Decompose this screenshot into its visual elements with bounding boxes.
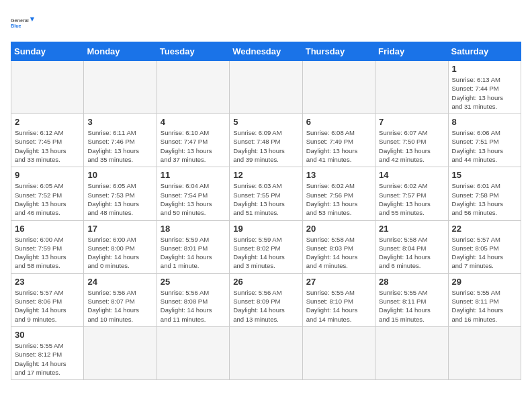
- calendar-row: 2Sunrise: 6:12 AMSunset: 7:45 PMDaylight…: [11, 114, 521, 167]
- calendar-cell: [230, 326, 302, 379]
- day-info: Sunrise: 6:02 AMSunset: 7:56 PMDaylight:…: [306, 181, 371, 217]
- calendar-cell: 7Sunrise: 6:07 AMSunset: 7:50 PMDaylight…: [375, 114, 448, 167]
- day-info: Sunrise: 6:03 AMSunset: 7:55 PMDaylight:…: [233, 181, 298, 217]
- calendar-table: SundayMondayTuesdayWednesdayThursdayFrid…: [11, 42, 521, 380]
- day-info: Sunrise: 5:57 AMSunset: 8:05 PMDaylight:…: [452, 235, 517, 271]
- calendar-cell: 24Sunrise: 5:56 AMSunset: 8:07 PMDayligh…: [84, 273, 157, 326]
- weekday-header-monday: Monday: [84, 42, 157, 61]
- calendar-cell: [84, 326, 157, 379]
- calendar-cell: 9Sunrise: 6:05 AMSunset: 7:52 PMDaylight…: [11, 167, 84, 220]
- calendar-cell: [302, 61, 375, 114]
- calendar-cell: 18Sunrise: 5:59 AMSunset: 8:01 PMDayligh…: [157, 220, 229, 273]
- calendar-cell: [448, 326, 521, 379]
- svg-marker-2: [30, 17, 34, 21]
- day-number: 29: [452, 277, 517, 287]
- day-number: 4: [161, 117, 226, 127]
- calendar-cell: [157, 61, 229, 114]
- day-number: 10: [87, 170, 152, 180]
- weekday-header-saturday: Saturday: [448, 42, 521, 61]
- day-info: Sunrise: 6:08 AMSunset: 7:49 PMDaylight:…: [306, 128, 371, 164]
- calendar-cell: [375, 326, 448, 379]
- day-info: Sunrise: 5:58 AMSunset: 8:04 PMDaylight:…: [379, 235, 444, 271]
- day-info: Sunrise: 6:02 AMSunset: 7:57 PMDaylight:…: [379, 181, 444, 217]
- calendar-row: 23Sunrise: 5:57 AMSunset: 8:06 PMDayligh…: [11, 273, 521, 326]
- weekday-header-wednesday: Wednesday: [230, 42, 302, 61]
- day-number: 15: [452, 170, 517, 180]
- svg-text:General: General: [11, 17, 29, 24]
- day-info: Sunrise: 6:07 AMSunset: 7:50 PMDaylight:…: [379, 128, 444, 164]
- calendar-cell: 22Sunrise: 5:57 AMSunset: 8:05 PMDayligh…: [448, 220, 521, 273]
- calendar-cell: [11, 61, 84, 114]
- day-number: 17: [87, 224, 152, 234]
- day-info: Sunrise: 6:01 AMSunset: 7:58 PMDaylight:…: [452, 181, 517, 217]
- calendar-cell: 16Sunrise: 6:00 AMSunset: 7:59 PMDayligh…: [11, 220, 84, 273]
- calendar-cell: 29Sunrise: 5:55 AMSunset: 8:11 PMDayligh…: [448, 273, 521, 326]
- calendar-cell: 15Sunrise: 6:01 AMSunset: 7:58 PMDayligh…: [448, 167, 521, 220]
- day-info: Sunrise: 5:59 AMSunset: 8:02 PMDaylight:…: [233, 235, 298, 271]
- day-info: Sunrise: 6:10 AMSunset: 7:47 PMDaylight:…: [161, 128, 226, 164]
- calendar-cell: 20Sunrise: 5:58 AMSunset: 8:03 PMDayligh…: [302, 220, 375, 273]
- calendar-cell: 14Sunrise: 6:02 AMSunset: 7:57 PMDayligh…: [375, 167, 448, 220]
- day-info: Sunrise: 5:56 AMSunset: 8:07 PMDaylight:…: [87, 288, 152, 324]
- day-number: 30: [15, 330, 80, 340]
- day-info: Sunrise: 6:06 AMSunset: 7:51 PMDaylight:…: [452, 128, 517, 164]
- day-info: Sunrise: 5:59 AMSunset: 8:01 PMDaylight:…: [161, 235, 226, 271]
- calendar-cell: 2Sunrise: 6:12 AMSunset: 7:45 PMDaylight…: [11, 114, 84, 167]
- calendar-cell: [302, 326, 375, 379]
- day-number: 8: [452, 117, 517, 127]
- weekday-header-sunday: Sunday: [11, 42, 84, 61]
- day-number: 1: [452, 64, 517, 74]
- day-number: 19: [233, 224, 298, 234]
- day-info: Sunrise: 5:55 AMSunset: 8:11 PMDaylight:…: [452, 288, 517, 324]
- calendar-cell: 4Sunrise: 6:10 AMSunset: 7:47 PMDaylight…: [157, 114, 229, 167]
- day-info: Sunrise: 6:12 AMSunset: 7:45 PMDaylight:…: [15, 128, 80, 164]
- day-info: Sunrise: 6:13 AMSunset: 7:44 PMDaylight:…: [452, 75, 517, 111]
- day-info: Sunrise: 6:04 AMSunset: 7:54 PMDaylight:…: [161, 181, 226, 217]
- calendar-cell: 23Sunrise: 5:57 AMSunset: 8:06 PMDayligh…: [11, 273, 84, 326]
- day-info: Sunrise: 5:56 AMSunset: 8:08 PMDaylight:…: [161, 288, 226, 324]
- day-info: Sunrise: 6:11 AMSunset: 7:46 PMDaylight:…: [87, 128, 152, 164]
- calendar-cell: 13Sunrise: 6:02 AMSunset: 7:56 PMDayligh…: [302, 167, 375, 220]
- calendar-cell: 6Sunrise: 6:08 AMSunset: 7:49 PMDaylight…: [302, 114, 375, 167]
- calendar-cell: [375, 61, 448, 114]
- day-number: 20: [306, 224, 371, 234]
- day-number: 13: [306, 170, 371, 180]
- weekday-header-friday: Friday: [375, 42, 448, 61]
- day-number: 11: [161, 170, 226, 180]
- day-number: 5: [233, 117, 298, 127]
- calendar-cell: [157, 326, 229, 379]
- day-number: 27: [306, 277, 371, 287]
- day-info: Sunrise: 5:55 AMSunset: 8:12 PMDaylight:…: [15, 341, 80, 377]
- day-info: Sunrise: 6:09 AMSunset: 7:48 PMDaylight:…: [233, 128, 298, 164]
- weekday-header-row: SundayMondayTuesdayWednesdayThursdayFrid…: [11, 42, 521, 61]
- day-number: 18: [161, 224, 226, 234]
- calendar-cell: [84, 61, 157, 114]
- day-info: Sunrise: 5:58 AMSunset: 8:03 PMDaylight:…: [306, 235, 371, 271]
- calendar-cell: 28Sunrise: 5:55 AMSunset: 8:11 PMDayligh…: [375, 273, 448, 326]
- day-number: 22: [452, 224, 517, 234]
- calendar-cell: 5Sunrise: 6:09 AMSunset: 7:48 PMDaylight…: [230, 114, 302, 167]
- calendar-cell: [230, 61, 302, 114]
- calendar-cell: 26Sunrise: 5:56 AMSunset: 8:09 PMDayligh…: [230, 273, 302, 326]
- calendar-row: 16Sunrise: 6:00 AMSunset: 7:59 PMDayligh…: [11, 220, 521, 273]
- day-info: Sunrise: 5:55 AMSunset: 8:11 PMDaylight:…: [379, 288, 444, 324]
- day-number: 3: [87, 117, 152, 127]
- calendar-cell: 10Sunrise: 6:05 AMSunset: 7:53 PMDayligh…: [84, 167, 157, 220]
- day-number: 25: [161, 277, 226, 287]
- svg-text:Blue: Blue: [11, 23, 21, 29]
- day-info: Sunrise: 5:55 AMSunset: 8:10 PMDaylight:…: [306, 288, 371, 324]
- calendar-cell: 3Sunrise: 6:11 AMSunset: 7:46 PMDaylight…: [84, 114, 157, 167]
- day-number: 2: [15, 117, 80, 127]
- day-info: Sunrise: 5:56 AMSunset: 8:09 PMDaylight:…: [233, 288, 298, 324]
- calendar-cell: 11Sunrise: 6:04 AMSunset: 7:54 PMDayligh…: [157, 167, 229, 220]
- calendar-row: 1Sunrise: 6:13 AMSunset: 7:44 PMDaylight…: [11, 61, 521, 114]
- day-number: 26: [233, 277, 298, 287]
- day-info: Sunrise: 5:57 AMSunset: 8:06 PMDaylight:…: [15, 288, 80, 324]
- day-number: 6: [306, 117, 371, 127]
- weekday-header-tuesday: Tuesday: [157, 42, 229, 61]
- logo: General Blue: [11, 11, 35, 35]
- day-info: Sunrise: 6:00 AMSunset: 7:59 PMDaylight:…: [15, 235, 80, 271]
- day-number: 24: [87, 277, 152, 287]
- page-header: General Blue: [11, 11, 521, 35]
- day-number: 23: [15, 277, 80, 287]
